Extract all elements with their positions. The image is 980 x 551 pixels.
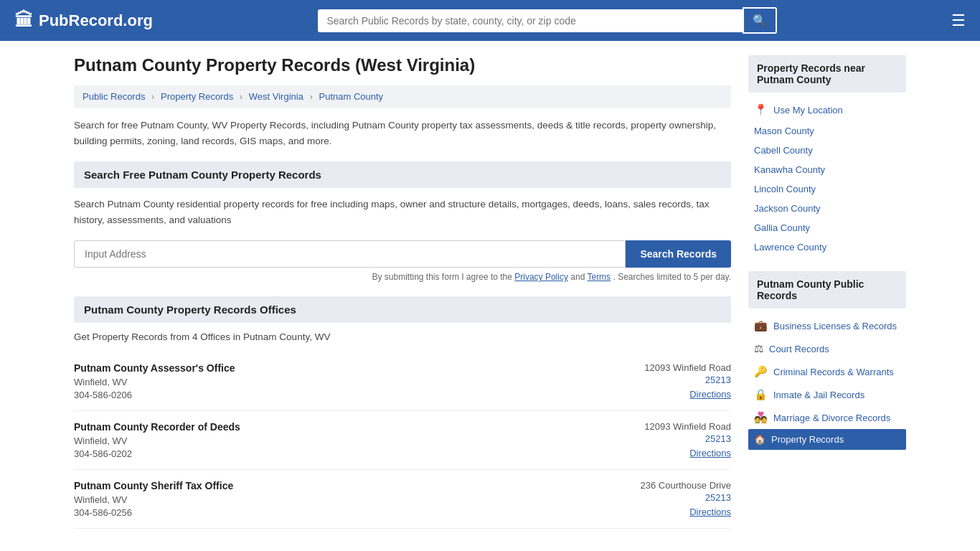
office-left-2: Putnam County Recorder of Deeds Winfield… xyxy=(74,421,240,459)
main-content: Putnam County Property Records (West Vir… xyxy=(74,55,731,529)
sidebar-court-label: Court Records xyxy=(769,344,829,354)
office-city-2: Winfield, WV xyxy=(74,435,240,446)
offices-section-header: Putnam County Property Records Offices xyxy=(74,296,731,323)
sidebar-item-gallia[interactable]: Gallia County xyxy=(748,218,906,237)
breadcrumb-sep-1: › xyxy=(151,91,154,102)
header-search-input[interactable] xyxy=(318,9,743,32)
sidebar-item-cabell[interactable]: Cabell County xyxy=(748,141,906,160)
sidebar-nearby-section: Property Records near Putnam County 📍 Us… xyxy=(748,55,906,257)
sidebar-item-marriage[interactable]: 💑 Marriage & Divorce Records xyxy=(748,406,906,429)
offices-intro: Get Property Records from 4 Offices in P… xyxy=(74,331,731,342)
site-logo[interactable]: 🏛 PubRecord.org xyxy=(14,9,153,32)
office-zip-2: 25213 xyxy=(644,433,731,444)
office-entry-1: Putnam County Assessor's Office Winfield… xyxy=(74,352,731,411)
office-directions-2[interactable]: Directions xyxy=(689,448,731,458)
office-entry-2: Putnam County Recorder of Deeds Winfield… xyxy=(74,411,731,470)
menu-icon[interactable]: ☰ xyxy=(951,11,966,30)
inmate-icon: 🔒 xyxy=(754,388,768,401)
sidebar-item-inmate[interactable]: 🔒 Inmate & Jail Records xyxy=(748,383,906,406)
site-header: 🏛 PubRecord.org 🔍 ☰ xyxy=(0,0,980,41)
sidebar-item-kanawha[interactable]: Kanawha County xyxy=(748,160,906,179)
breadcrumb-sep-2: › xyxy=(240,91,242,102)
sidebar-inmate-label: Inmate & Jail Records xyxy=(773,390,864,400)
sidebar-item-property[interactable]: 🏠 Property Records xyxy=(748,429,906,450)
search-note-text: By submitting this form I agree to the xyxy=(372,272,512,282)
search-records-button[interactable]: Search Records xyxy=(626,240,731,268)
sidebar-marriage-label: Marriage & Divorce Records xyxy=(773,413,890,423)
office-name-3: Putnam County Sheriff Tax Office xyxy=(74,480,233,491)
sidebar-use-location-label: Use My Location xyxy=(773,105,843,116)
sidebar-public-records-title: Putnam County Public Records xyxy=(748,271,906,309)
location-icon: 📍 xyxy=(754,103,768,116)
search-form-row: Search Records xyxy=(74,240,731,268)
logo-icon: 🏛 xyxy=(14,9,33,32)
office-name-2: Putnam County Recorder of Deeds xyxy=(74,421,240,433)
office-entry-3: Putnam County Sheriff Tax Office Winfiel… xyxy=(74,470,731,529)
property-search-form: Search Records By submitting this form I… xyxy=(74,240,731,282)
sidebar-item-court[interactable]: ⚖ Court Records xyxy=(748,337,906,360)
sidebar-item-use-location[interactable]: 📍 Use My Location xyxy=(748,98,906,121)
sidebar-item-jackson[interactable]: Jackson County xyxy=(748,199,906,218)
office-city-1: Winfield, WV xyxy=(74,377,235,387)
sidebar: Property Records near Putnam County 📍 Us… xyxy=(748,55,906,529)
office-phone-1: 304-586-0206 xyxy=(74,390,235,400)
address-input[interactable] xyxy=(74,240,626,268)
sidebar-public-records-section: Putnam County Public Records 💼 Business … xyxy=(748,271,906,450)
office-left-3: Putnam County Sheriff Tax Office Winfiel… xyxy=(74,480,233,518)
business-icon: 💼 xyxy=(754,319,768,332)
terms-link[interactable]: Terms xyxy=(587,272,611,282)
sidebar-item-mason[interactable]: Mason County xyxy=(748,121,906,141)
header-search-button[interactable]: 🔍 xyxy=(743,7,777,34)
sidebar-item-lawrence[interactable]: Lawrence County xyxy=(748,237,906,257)
main-container: Putnam County Property Records (West Vir… xyxy=(60,41,920,543)
office-name-1: Putnam County Assessor's Office xyxy=(74,362,235,374)
office-address-2: 12093 Winfield Road xyxy=(644,421,731,432)
search-section-header: Search Free Putnam County Property Recor… xyxy=(74,161,731,188)
sidebar-business-label: Business Licenses & Records xyxy=(773,321,897,331)
office-address-3: 236 Courthouse Drive xyxy=(641,480,731,491)
breadcrumb-public-records[interactable]: Public Records xyxy=(83,91,145,102)
office-directions-3[interactable]: Directions xyxy=(689,507,731,517)
criminal-icon: 🔑 xyxy=(754,365,768,378)
sidebar-criminal-label: Criminal Records & Warrants xyxy=(773,367,894,377)
page-description: Search for free Putnam County, WV Proper… xyxy=(74,118,731,149)
breadcrumb-west-virginia[interactable]: West Virginia xyxy=(249,91,303,102)
sidebar-property-label: Property Records xyxy=(771,434,844,445)
sidebar-item-business[interactable]: 💼 Business Licenses & Records xyxy=(748,314,906,337)
logo-text: PubRecord.org xyxy=(39,11,153,30)
search-icon: 🔍 xyxy=(753,14,767,27)
search-note: By submitting this form I agree to the P… xyxy=(74,272,731,282)
office-left-1: Putnam County Assessor's Office Winfield… xyxy=(74,362,235,400)
office-right-3: 236 Courthouse Drive 25213 Directions xyxy=(641,480,731,518)
sidebar-item-criminal[interactable]: 🔑 Criminal Records & Warrants xyxy=(748,360,906,383)
marriage-icon: 💑 xyxy=(754,411,768,424)
office-zip-1: 25213 xyxy=(644,375,731,385)
sidebar-nearby-title: Property Records near Putnam County xyxy=(748,55,906,93)
privacy-policy-link[interactable]: Privacy Policy xyxy=(514,272,568,282)
office-right-2: 12093 Winfield Road 25213 Directions xyxy=(644,421,731,459)
office-phone-3: 304-586-0256 xyxy=(74,507,233,518)
court-icon: ⚖ xyxy=(754,342,763,355)
offices-section: Putnam County Property Records Offices G… xyxy=(74,296,731,529)
header-search-container: 🔍 xyxy=(318,7,777,34)
breadcrumb-putnam-county[interactable]: Putnam County xyxy=(319,91,383,102)
page-title: Putnam County Property Records (West Vir… xyxy=(74,55,731,75)
search-note-and: and xyxy=(570,272,585,282)
office-address-1: 12093 Winfield Road xyxy=(644,362,731,373)
sidebar-item-lincoln[interactable]: Lincoln County xyxy=(748,179,906,199)
office-directions-1[interactable]: Directions xyxy=(689,389,731,400)
breadcrumb: Public Records › Property Records › West… xyxy=(74,85,731,108)
search-note-limit: . Searches limited to 5 per day. xyxy=(613,272,731,282)
breadcrumb-sep-3: › xyxy=(310,91,313,102)
office-phone-2: 304-586-0202 xyxy=(74,448,240,459)
property-icon: 🏠 xyxy=(754,434,765,445)
office-right-1: 12093 Winfield Road 25213 Directions xyxy=(644,362,731,400)
breadcrumb-property-records[interactable]: Property Records xyxy=(161,91,233,102)
office-city-3: Winfield, WV xyxy=(74,494,233,505)
search-description: Search Putnam County residential propert… xyxy=(74,197,731,227)
office-zip-3: 25213 xyxy=(641,492,731,503)
